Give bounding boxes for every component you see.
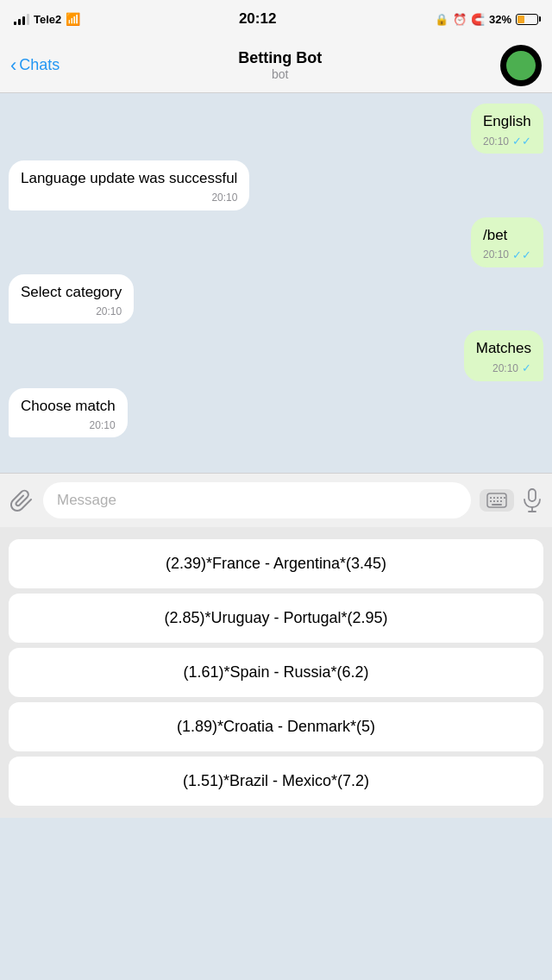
message-meta: 20:10 ✓✓ [483,134,531,149]
nav-header: ‹ Chats Betting Bot bot [0,38,552,93]
message-meta: 20:10 [21,305,122,318]
carrier-name: Tele2 [34,13,61,26]
chat-subtitle: bot [238,67,322,81]
message-text: Matches [476,340,531,356]
match-button-1[interactable]: (2.39)*France - Argentina*(3.45) [9,539,543,588]
message-text: Choose match [21,398,116,414]
chat-title: Betting Bot [238,49,322,67]
message-row: Matches 20:10 ✓ [9,330,543,380]
svg-rect-11 [529,489,536,501]
signal-bar-1 [14,22,16,25]
avatar-image [506,51,536,80]
message-time: 20:10 [483,135,509,148]
message-row: English 20:10 ✓✓ [9,104,543,154]
svg-rect-2 [493,497,495,499]
signal-bar-4 [27,14,29,25]
svg-rect-5 [504,497,505,499]
svg-rect-7 [493,500,495,502]
message-row: Select category 20:10 [9,274,543,324]
chevron-left-icon: ‹ [10,56,16,75]
check-marks-icon: ✓✓ [512,134,531,149]
matches-list: (2.39)*France - Argentina*(3.45) (2.85)*… [0,527,552,818]
svg-rect-6 [490,500,492,502]
message-meta: 20:10 ✓✓ [483,248,531,263]
message-time: 20:10 [483,248,509,261]
match-button-3[interactable]: (1.61)*Spain - Russia*(6.2) [9,648,543,697]
battery-indicator [516,14,538,25]
message-time: 20:10 [96,305,122,318]
message-bubble: Select category 20:10 [9,274,134,324]
match-button-4[interactable]: (1.89)*Croatia - Denmark*(5) [9,702,543,751]
message-input[interactable] [43,482,471,518]
attach-button[interactable] [10,488,34,512]
keyboard-button[interactable] [480,489,514,512]
message-text: Language update was successful [21,170,237,186]
message-row: Choose match 20:10 [9,388,543,437]
svg-rect-9 [500,500,502,502]
message-time: 20:10 [492,361,518,375]
message-meta: 20:10 ✓ [476,361,531,376]
svg-rect-8 [497,500,499,502]
status-time: 20:12 [239,10,276,28]
message-row: Language update was successful 20:10 [9,160,543,210]
message-bubble: Matches 20:10 ✓ [464,330,543,380]
svg-rect-10 [492,504,502,506]
svg-rect-1 [490,497,492,499]
battery-percent: 32% [489,13,511,26]
lock-icon: 🔒 [435,13,448,26]
back-label: Chats [19,56,60,74]
svg-rect-3 [497,497,499,499]
message-text: Select category [21,284,122,300]
status-right: 🔒 ⏰ 🧲 32% [435,13,538,26]
check-marks-icon: ✓✓ [512,248,531,263]
chat-area: English 20:10 ✓✓ Language update was suc… [0,93,552,473]
match-button-2[interactable]: (2.85)*Uruguay - Portugal*(2.95) [9,594,543,643]
message-meta: 20:10 [21,418,116,432]
status-bar: Tele2 📶 20:12 🔒 ⏰ 🧲 32% [0,0,552,38]
wifi-icon: 📶 [66,12,80,26]
alarm-icon: ⏰ [453,13,467,26]
message-time: 20:10 [90,418,116,432]
signal-bar-3 [22,16,25,25]
back-button[interactable]: ‹ Chats [10,56,60,75]
avatar[interactable] [500,45,542,86]
input-area [0,473,552,527]
message-meta: 20:10 [21,191,237,204]
message-row: /bet 20:10 ✓✓ [9,217,543,267]
message-text: English [483,113,531,129]
match-button-5[interactable]: (1.51)*Brazil - Mexico*(7.2) [9,757,543,806]
message-bubble: Language update was successful 20:10 [9,160,249,210]
bluetooth-icon: 🧲 [471,13,485,26]
signal-bar-2 [18,19,21,25]
message-bubble: English 20:10 ✓✓ [471,104,543,154]
check-marks-icon: ✓ [522,361,531,376]
message-bubble: /bet 20:10 ✓✓ [471,217,543,267]
signal-bars [14,13,29,25]
nav-center: Betting Bot bot [238,49,322,81]
message-bubble: Choose match 20:10 [9,388,128,437]
message-text: /bet [483,227,507,243]
status-left: Tele2 📶 [14,12,80,26]
message-time: 20:10 [211,191,237,204]
svg-rect-4 [500,497,502,499]
mic-button[interactable] [523,488,542,512]
